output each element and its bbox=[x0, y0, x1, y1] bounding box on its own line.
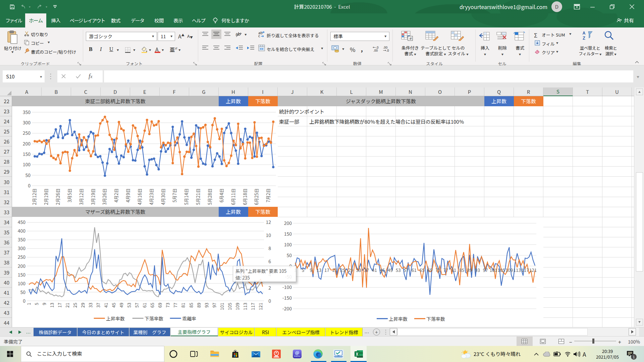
svg-text:200: 200 bbox=[23, 140, 31, 146]
svg-text:13: 13 bbox=[316, 266, 321, 273]
svg-text:上昇率数: 上昇率数 bbox=[106, 315, 125, 322]
svg-text:93: 93 bbox=[475, 266, 480, 273]
svg-text:4月23日: 4月23日 bbox=[148, 188, 155, 205]
svg-text:81: 81 bbox=[179, 303, 186, 308]
svg-text:250: 250 bbox=[18, 253, 26, 260]
svg-text:5: 5 bbox=[33, 303, 40, 305]
svg-text:85: 85 bbox=[459, 266, 464, 273]
svg-text:4月16日: 4月16日 bbox=[136, 188, 143, 205]
svg-text:17: 17 bbox=[324, 266, 329, 273]
svg-text:250: 250 bbox=[23, 129, 31, 136]
svg-text:49: 49 bbox=[388, 266, 393, 273]
svg-text:≠: ≠ bbox=[409, 36, 413, 41]
svg-text:12: 12 bbox=[266, 219, 271, 225]
svg-text:113: 113 bbox=[514, 266, 521, 273]
svg-text:50: 50 bbox=[20, 289, 25, 295]
svg-text:X: X bbox=[356, 351, 359, 357]
svg-text:5: 5 bbox=[302, 266, 305, 273]
svg-text:2月19日: 2月19日 bbox=[43, 188, 49, 205]
svg-text:4月9日: 4月9日 bbox=[124, 188, 131, 202]
svg-text:3月5日: 3月5日 bbox=[66, 188, 73, 202]
svg-text:c: c bbox=[258, 33, 260, 37]
svg-text:6月25日: 6月25日 bbox=[253, 188, 260, 205]
svg-text:77: 77 bbox=[443, 266, 448, 273]
svg-text:49: 49 bbox=[118, 303, 124, 308]
svg-text:21: 21 bbox=[64, 303, 70, 308]
svg-text:-200: -200 bbox=[282, 305, 292, 312]
svg-text:29: 29 bbox=[79, 303, 86, 308]
svg-text:113: 113 bbox=[241, 303, 248, 310]
svg-text:3月12日: 3月12日 bbox=[78, 188, 85, 205]
svg-text:2月12日: 2月12日 bbox=[31, 188, 38, 205]
svg-text:61: 61 bbox=[412, 266, 417, 273]
svg-text:2: 2 bbox=[268, 284, 271, 291]
svg-text:45: 45 bbox=[380, 266, 385, 273]
svg-text:13: 13 bbox=[48, 303, 55, 308]
svg-text:2月26日: 2月26日 bbox=[54, 188, 61, 205]
svg-text:117: 117 bbox=[521, 266, 529, 273]
svg-text:73: 73 bbox=[164, 303, 171, 308]
svg-text:89: 89 bbox=[195, 303, 202, 308]
svg-text:69: 69 bbox=[427, 266, 432, 273]
svg-text:121: 121 bbox=[257, 303, 264, 310]
svg-text:350: 350 bbox=[23, 108, 31, 115]
svg-text:50: 50 bbox=[25, 171, 31, 178]
svg-text:5月28日: 5月28日 bbox=[206, 188, 213, 205]
svg-text:117: 117 bbox=[249, 303, 256, 310]
svg-text:乖離率: 乖離率 bbox=[182, 315, 196, 322]
svg-text:5月14日: 5月14日 bbox=[183, 188, 190, 205]
svg-text:下落率数: 下落率数 bbox=[426, 315, 445, 322]
svg-text:6: 6 bbox=[268, 258, 271, 264]
svg-text:6月11日: 6月11日 bbox=[230, 188, 236, 205]
svg-text:3月19日: 3月19日 bbox=[90, 188, 96, 205]
svg-text:93: 93 bbox=[203, 303, 210, 308]
svg-text:57: 57 bbox=[133, 303, 140, 308]
svg-text:100: 100 bbox=[23, 161, 31, 168]
svg-text:89: 89 bbox=[467, 266, 472, 273]
svg-text:101: 101 bbox=[218, 303, 225, 310]
svg-text:57: 57 bbox=[404, 266, 409, 273]
svg-text:10: 10 bbox=[266, 232, 271, 238]
svg-text:109: 109 bbox=[234, 303, 240, 310]
svg-text:6月4日: 6月4日 bbox=[218, 188, 225, 202]
svg-text:61: 61 bbox=[141, 303, 148, 308]
svg-text:100: 100 bbox=[284, 241, 292, 248]
svg-text:Z: Z bbox=[583, 35, 585, 41]
svg-text:53: 53 bbox=[125, 303, 132, 308]
svg-text:85: 85 bbox=[187, 303, 194, 308]
svg-text:33: 33 bbox=[356, 266, 361, 273]
svg-text:0: 0 bbox=[268, 297, 271, 304]
svg-text:97: 97 bbox=[483, 266, 488, 273]
svg-text:77: 77 bbox=[172, 303, 178, 308]
svg-text:97: 97 bbox=[211, 303, 217, 308]
svg-text:-150: -150 bbox=[282, 294, 292, 301]
svg-text:150: 150 bbox=[284, 230, 292, 237]
svg-text:150: 150 bbox=[23, 150, 31, 157]
svg-text:300: 300 bbox=[23, 119, 31, 126]
svg-text:17: 17 bbox=[56, 303, 63, 308]
svg-text:.00: .00 bbox=[373, 48, 378, 52]
svg-text:200: 200 bbox=[18, 262, 26, 269]
svg-text:21: 21 bbox=[332, 266, 337, 273]
svg-text:300: 300 bbox=[18, 245, 26, 251]
svg-text:81: 81 bbox=[451, 266, 456, 273]
svg-text:69: 69 bbox=[156, 303, 163, 308]
svg-text:101: 101 bbox=[490, 266, 497, 273]
svg-text:121: 121 bbox=[529, 266, 537, 273]
svg-text:9: 9 bbox=[41, 303, 47, 305]
svg-text:4月2日: 4月2日 bbox=[113, 188, 119, 202]
svg-text:6月18日: 6月18日 bbox=[241, 188, 248, 205]
svg-text:45: 45 bbox=[110, 303, 117, 308]
svg-text:33: 33 bbox=[87, 303, 94, 308]
svg-text:8: 8 bbox=[268, 245, 271, 251]
svg-text:200: 200 bbox=[284, 220, 292, 226]
svg-text:→.0: →.0 bbox=[383, 48, 389, 52]
svg-text:5月7日: 5月7日 bbox=[171, 188, 178, 202]
svg-text:350: 350 bbox=[18, 236, 26, 243]
svg-text:65: 65 bbox=[420, 266, 425, 273]
svg-text:29: 29 bbox=[348, 266, 353, 273]
svg-text:73: 73 bbox=[435, 266, 440, 273]
svg-text:menu: menu bbox=[294, 354, 301, 358]
svg-text:50: 50 bbox=[286, 252, 292, 258]
svg-text:53: 53 bbox=[396, 266, 401, 273]
